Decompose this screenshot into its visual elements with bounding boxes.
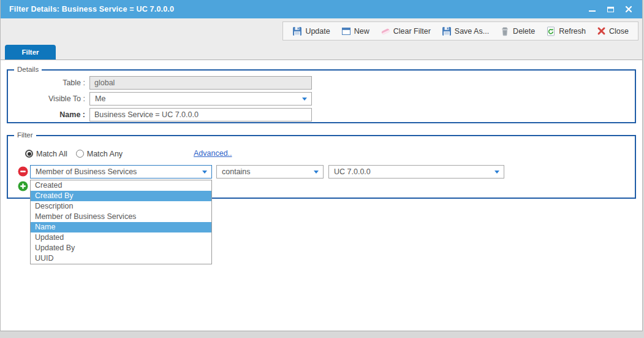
option-updated-by[interactable]: Updated By	[31, 243, 211, 253]
advanced-link[interactable]: Advanced..	[194, 149, 232, 158]
background-strip	[0, 331, 644, 338]
add-condition-button[interactable]	[18, 181, 28, 191]
plus-circle-icon	[18, 181, 28, 191]
save-as-button[interactable]: Save As...	[436, 23, 494, 39]
condition-field-select[interactable]: Member of Business Services	[30, 165, 212, 179]
condition-operator-select[interactable]: contains	[216, 165, 324, 179]
filter-legend: Filter	[14, 131, 36, 139]
condition-field-value: Member of Business Services	[36, 167, 137, 176]
details-fieldset: Details Table : Visible To : Me Name :	[7, 69, 636, 123]
close-button[interactable]: Close	[591, 23, 634, 39]
visible-to-label: Visible To :	[8, 94, 89, 103]
tab-filter[interactable]: Filter	[5, 45, 56, 60]
field-options-dropdown: Created Created By Description Member of…	[30, 180, 212, 264]
option-name[interactable]: Name	[31, 222, 211, 232]
minus-circle-icon	[18, 166, 28, 177]
remove-condition-button[interactable]	[18, 166, 28, 177]
content-panel: Details Table : Visible To : Me Name : F…	[1, 60, 642, 331]
maximize-icon	[607, 7, 614, 12]
condition-value-value: UC 7.0.0.0	[334, 167, 371, 176]
clear-filter-button[interactable]: Clear Filter	[375, 23, 436, 39]
match-any-radio[interactable]	[76, 150, 84, 158]
maximize-button[interactable]	[605, 4, 615, 14]
table-input	[89, 76, 312, 90]
match-all-radio[interactable]	[25, 150, 33, 158]
match-all-label: Match All	[36, 150, 67, 158]
refresh-button-label: Refresh	[559, 27, 586, 36]
option-uuid[interactable]: UUID	[31, 253, 211, 264]
minimize-icon	[589, 10, 596, 12]
clear-filter-button-label: Clear Filter	[393, 27, 431, 36]
eraser-icon	[381, 26, 390, 36]
refresh-button[interactable]: Refresh	[540, 23, 591, 39]
save-icon	[292, 26, 302, 36]
match-radio-row: Match All Match Any Advanced..	[25, 149, 131, 158]
visible-to-field-row: Visible To : Me	[8, 92, 635, 106]
filter-details-window: Filter Details: Business Service = UC 7.…	[0, 0, 643, 331]
name-label: Name :	[8, 110, 89, 119]
close-button-label: Close	[609, 27, 629, 36]
new-button[interactable]: New	[336, 23, 375, 39]
visible-to-select[interactable]: Me	[89, 92, 312, 106]
option-description[interactable]: Description	[31, 201, 211, 212]
save-as-icon	[442, 26, 452, 36]
save-as-button-label: Save As...	[455, 27, 489, 36]
chevron-down-icon	[494, 171, 499, 174]
update-button-label: Update	[305, 27, 330, 36]
delete-button[interactable]: Delete	[494, 23, 540, 39]
trash-icon	[500, 26, 510, 36]
delete-button-label: Delete	[513, 27, 535, 36]
close-x-icon	[597, 26, 606, 36]
option-member-of-business-services[interactable]: Member of Business Services	[31, 212, 211, 222]
titlebar: Filter Details: Business Service = UC 7.…	[1, 0, 642, 18]
chevron-down-icon	[202, 171, 207, 174]
close-window-button[interactable]	[624, 4, 634, 14]
condition-value-select[interactable]: UC 7.0.0.0	[328, 165, 504, 179]
match-any-label: Match Any	[87, 150, 123, 158]
header-strip: Update New Clear Filter	[1, 18, 642, 60]
toolbar: Update New Clear Filter	[282, 21, 638, 40]
table-field-row: Table :	[8, 76, 635, 90]
window-controls	[587, 0, 634, 18]
visible-to-value: Me	[95, 94, 105, 103]
new-button-label: New	[354, 27, 369, 36]
update-button[interactable]: Update	[287, 23, 335, 39]
name-input[interactable]	[89, 108, 312, 121]
condition-operator-value: contains	[222, 167, 251, 176]
details-legend: Details	[14, 66, 42, 73]
table-label: Table :	[8, 79, 89, 87]
minimize-button[interactable]	[587, 4, 597, 14]
option-updated[interactable]: Updated	[31, 232, 211, 243]
window-title: Filter Details: Business Service = UC 7.…	[9, 5, 174, 13]
chevron-down-icon	[314, 171, 319, 174]
name-field-row: Name :	[8, 108, 635, 121]
tab-filter-label: Filter	[21, 48, 39, 56]
chevron-down-icon	[302, 98, 307, 101]
option-created[interactable]: Created	[31, 180, 211, 191]
close-icon	[625, 6, 632, 13]
refresh-icon	[546, 26, 556, 36]
new-window-icon	[341, 26, 351, 36]
option-created-by[interactable]: Created By	[31, 191, 211, 201]
